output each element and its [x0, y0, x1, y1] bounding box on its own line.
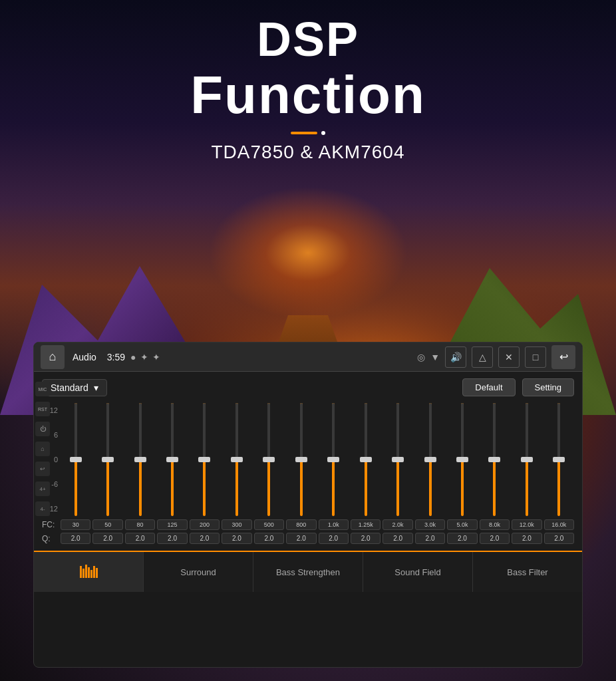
slider-thumb-14[interactable]	[521, 457, 533, 462]
fc-val-4[interactable]: 200	[190, 519, 220, 530]
slider-thumb-3[interactable]	[166, 457, 178, 462]
tab-surround[interactable]: Surround	[144, 552, 253, 592]
q-val-7[interactable]: 2.0	[286, 533, 316, 544]
bass-filter-label: Bass Filter	[507, 567, 547, 577]
q-val-15[interactable]: 2.0	[544, 533, 574, 544]
q-val-1[interactable]: 2.0	[92, 533, 122, 544]
q-values: 2.02.02.02.02.02.02.02.02.02.02.02.02.02…	[61, 533, 574, 544]
svg-rect-5	[93, 566, 95, 578]
default-button[interactable]: Default	[462, 378, 515, 396]
q-val-3[interactable]: 2.0	[157, 533, 187, 544]
fc-val-13[interactable]: 8.0k	[480, 519, 510, 530]
volume-button[interactable]: 🔊	[445, 346, 466, 368]
setting-button[interactable]: Setting	[522, 378, 574, 396]
eq-slider-col-13[interactable]	[480, 403, 510, 516]
back-button[interactable]: ↩	[551, 345, 575, 369]
close-button[interactable]: ✕	[498, 346, 520, 368]
mic-button[interactable]: MIC	[35, 382, 50, 396]
eq-slider-col-7[interactable]	[286, 403, 316, 516]
chevron-down-icon: ▾	[94, 382, 98, 393]
rst-button[interactable]: RST	[35, 402, 50, 416]
slider-thumb-10[interactable]	[392, 457, 404, 462]
eq-slider-col-12[interactable]	[447, 403, 477, 516]
eq-slider-col-3[interactable]	[157, 403, 187, 516]
slider-thumb-12[interactable]	[456, 457, 468, 462]
q-val-4[interactable]: 2.0	[190, 533, 220, 544]
eq-slider-col-10[interactable]	[383, 403, 412, 516]
preset-row: Standard ▾ Default Setting	[42, 378, 574, 396]
slider-thumb-2[interactable]	[134, 457, 146, 462]
svg-rect-4	[90, 570, 92, 578]
back-side-button[interactable]: ↩	[35, 462, 50, 476]
bass-strengthen-label: Bass Strengthen	[276, 567, 340, 577]
svg-rect-6	[96, 568, 98, 578]
status-time: 3:59	[107, 352, 125, 362]
slider-thumb-13[interactable]	[488, 457, 500, 462]
fc-val-7[interactable]: 800	[286, 519, 316, 530]
signal-icon: ▼	[430, 352, 440, 362]
fc-val-14[interactable]: 12.0k	[512, 519, 541, 530]
eq-slider-col-11[interactable]	[415, 403, 445, 516]
q-val-13[interactable]: 2.0	[480, 533, 510, 544]
location-icon: ◎	[417, 352, 425, 362]
slider-thumb-0[interactable]	[70, 457, 82, 462]
fc-val-6[interactable]: 500	[254, 519, 284, 530]
eq-slider-col-5[interactable]	[222, 403, 251, 516]
slider-thumb-4[interactable]	[198, 457, 210, 462]
q-val-10[interactable]: 2.0	[383, 533, 412, 544]
svg-rect-0	[80, 566, 82, 578]
q-val-2[interactable]: 2.0	[125, 533, 155, 544]
fc-val-10[interactable]: 2.0k	[383, 519, 412, 530]
fc-val-0[interactable]: 30	[61, 519, 90, 530]
fc-val-11[interactable]: 3.0k	[415, 519, 445, 530]
fc-val-1[interactable]: 50	[92, 519, 122, 530]
q-val-14[interactable]: 2.0	[512, 533, 541, 544]
slider-thumb-11[interactable]	[424, 457, 436, 462]
slider-thumb-15[interactable]	[553, 457, 565, 462]
eq-slider-col-4[interactable]	[190, 403, 220, 516]
fc-val-9[interactable]: 1.25k	[351, 519, 381, 530]
q-val-9[interactable]: 2.0	[351, 533, 381, 544]
slider-thumb-7[interactable]	[295, 457, 307, 462]
eject-button[interactable]: △	[472, 346, 493, 368]
q-val-0[interactable]: 2.0	[61, 533, 90, 544]
eq-slider-col-6[interactable]	[254, 403, 284, 516]
slider-thumb-8[interactable]	[327, 457, 339, 462]
vol-down-button[interactable]: 4-	[35, 501, 50, 516]
tab-sound-field[interactable]: Sound Field	[363, 552, 473, 592]
eq-slider-col-15[interactable]	[544, 403, 574, 516]
q-val-5[interactable]: 2.0	[222, 533, 251, 544]
slider-thumb-1[interactable]	[102, 457, 114, 462]
tab-bass-filter[interactable]: Bass Filter	[473, 552, 582, 592]
fc-val-12[interactable]: 5.0k	[447, 519, 477, 530]
eq-slider-col-9[interactable]	[351, 403, 381, 516]
home-side-button[interactable]: ⌂	[35, 442, 50, 456]
fc-val-2[interactable]: 80	[125, 519, 155, 530]
tab-bass-strengthen[interactable]: Bass Strengthen	[253, 552, 363, 592]
side-buttons-panel: MIC RST ⏻ ⌂ ↩ 4+ 4-	[33, 375, 52, 628]
q-val-11[interactable]: 2.0	[415, 533, 445, 544]
vol-up-button[interactable]: 4+	[35, 481, 50, 496]
fc-val-15[interactable]: 16.0k	[544, 519, 574, 530]
fc-val-8[interactable]: 1.0k	[319, 519, 349, 530]
q-val-12[interactable]: 2.0	[447, 533, 477, 544]
slider-thumb-9[interactable]	[360, 457, 372, 462]
title-area: DSP Function TDA7850 & AKM7604	[0, 13, 616, 163]
slider-thumb-5[interactable]	[231, 457, 243, 462]
eq-slider-col-14[interactable]	[512, 403, 541, 516]
fc-val-5[interactable]: 300	[222, 519, 251, 530]
nav-icon: ●	[130, 352, 136, 362]
eq-slider-col-1[interactable]	[92, 403, 122, 516]
eq-slider-col-2[interactable]	[125, 403, 155, 516]
power-button[interactable]: ⏻	[35, 422, 50, 436]
bottom-tabs: Surround Bass Strengthen Sound Field Bas…	[34, 551, 582, 592]
eq-slider-col-8[interactable]	[319, 403, 349, 516]
window-button[interactable]: □	[525, 346, 546, 368]
q-val-6[interactable]: 2.0	[254, 533, 284, 544]
fc-val-3[interactable]: 125	[157, 519, 187, 530]
home-button[interactable]: ⌂	[41, 345, 65, 369]
eq-slider-col-0[interactable]	[61, 403, 90, 516]
divider-dot	[321, 131, 325, 135]
q-val-8[interactable]: 2.0	[319, 533, 349, 544]
slider-thumb-6[interactable]	[263, 457, 275, 462]
